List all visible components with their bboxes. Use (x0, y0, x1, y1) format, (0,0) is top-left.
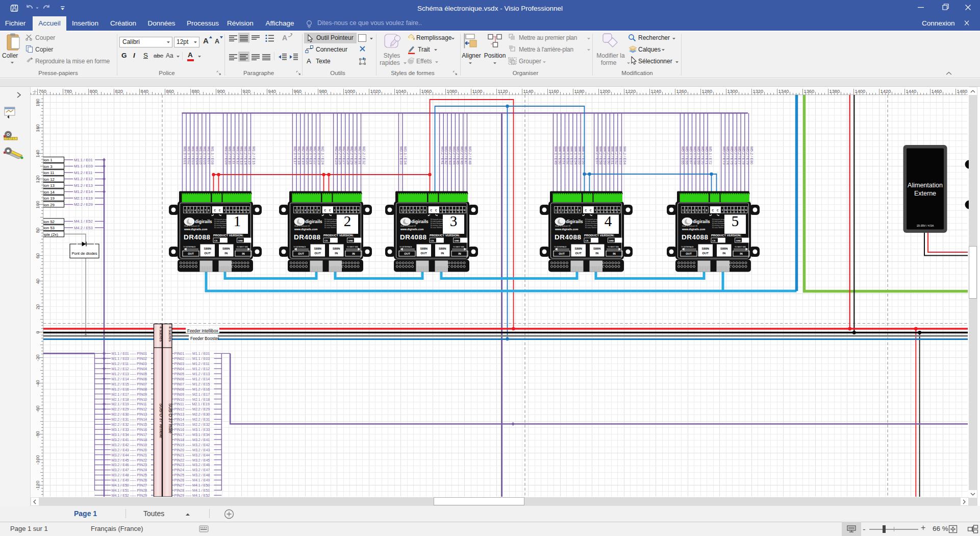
svg-text:M4.1 / E49 ----- PIN26: M4.1 / E49 ----- PIN26 (112, 478, 147, 482)
svg-text:M4.1 / E54: M4.1 / E54 (573, 147, 578, 164)
svg-text:M5.1 / E69: M5.1 / E69 (696, 147, 701, 164)
svg-text:M4.1 / E51 ----- PIN28: M4.1 / E51 ----- PIN28 (112, 489, 147, 493)
svg-text:180: 180 (35, 99, 40, 107)
svg-text:PIN29 ----- M4.1 / E52: PIN29 ----- M4.1 / E52 (174, 494, 210, 497)
svg-text:M5.1 / E66: M5.1 / E66 (685, 147, 689, 164)
svg-text:PIN16 ----- M3.1 / E33: PIN16 ----- M3.1 / E33 (174, 428, 210, 432)
svg-text:1340: 1340 (778, 89, 789, 94)
svg-text:920: 920 (243, 89, 251, 94)
svg-text:PIN27 ----- M4.1 / E50: PIN27 ----- M4.1 / E50 (174, 483, 210, 488)
svg-text:M3.1 / E33 ----- PIN16: M3.1 / E33 ----- PIN16 (112, 428, 147, 432)
svg-text:M3.2 / E48 ----- PIN25: M3.2 / E48 ----- PIN25 (112, 473, 147, 477)
svg-text:ction 19: ction 19 (43, 196, 55, 201)
svg-text:ction 53: ction 53 (43, 226, 55, 230)
svg-text:PIN25 ----- M3.2 / E48: PIN25 ----- M3.2 / E48 (174, 473, 210, 477)
svg-text:M4.2 / E53: M4.2 / E53 (74, 226, 93, 230)
svg-text:1060: 1060 (421, 89, 432, 94)
svg-text:4 sucres: 4 sucres (168, 326, 172, 342)
svg-text:1360: 1360 (804, 89, 815, 94)
svg-text:PIN10 ----- M2.1 / E18: PIN10 ----- M2.1 / E18 (174, 398, 210, 402)
svg-text:M1.2 / E15 ----- PIN07: M1.2 / E15 ----- PIN07 (112, 382, 147, 386)
svg-text:3: 3 (450, 213, 458, 229)
svg-text:M1.1 / E05: M1.1 / E05 (198, 147, 203, 164)
svg-text:940: 940 (268, 89, 277, 94)
svg-text:M4.2 / E63: M4.2 / E63 (618, 147, 623, 164)
svg-text:PIN07 ----- M1.2 / E15: PIN07 ----- M1.2 / E15 (174, 382, 210, 386)
svg-text:M3.1 / E34: M3.1 / E34 (403, 147, 408, 164)
svg-text:M4.2 / E64: M4.2 / E64 (622, 147, 627, 164)
svg-text:M5.2 / E79: M5.2 / E79 (745, 147, 750, 164)
svg-text:M2.1 / E19: M2.1 / E19 (301, 147, 306, 164)
svg-text:M4.1 / E51: M4.1 / E51 (562, 147, 566, 164)
svg-text:PIN12 ----- M2.2 / E29: PIN12 ----- M2.2 / E29 (174, 407, 210, 411)
svg-text:M4.1 / E52: M4.1 / E52 (74, 219, 93, 224)
svg-text:ction 3: ction 3 (43, 164, 52, 169)
svg-text:M3.2 / E46 ----- PIN23: M3.2 / E46 ----- PIN23 (112, 463, 147, 467)
svg-text:ction 13: ction 13 (43, 183, 55, 188)
svg-text:Alimentation: Alimentation (908, 182, 943, 189)
svg-text:PIN20 ----- M3.2 / E43: PIN20 ----- M3.2 / E43 (174, 448, 210, 452)
svg-text:M1.2 / E13: M1.2 / E13 (239, 147, 244, 164)
svg-text:Feeder Booster: Feeder Booster (190, 336, 219, 341)
svg-text:1020: 1020 (370, 89, 381, 94)
svg-text:PIN18 ----- M3.2 / E41: PIN18 ----- M3.2 / E41 (174, 438, 210, 442)
svg-text:-60: -60 (35, 405, 40, 412)
svg-text:M5.1 / E71: M5.1 / E71 (705, 147, 709, 164)
svg-text:PIN15 ----- M2.2 / E32: PIN15 ----- M2.2 / E32 (174, 423, 210, 427)
svg-text:-40: -40 (35, 380, 40, 386)
svg-text:M2.2 / E26: M2.2 / E26 (338, 147, 342, 164)
svg-text:100: 100 (35, 201, 40, 209)
svg-text:-20: -20 (35, 354, 40, 361)
svg-text:Externe: Externe (914, 190, 936, 197)
svg-text:M2.1 / E18: M2.1 / E18 (297, 147, 301, 164)
svg-text:0: 0 (35, 331, 40, 333)
svg-text:imple (2x): imple (2x) (43, 232, 58, 237)
svg-text:M2.1 / E22: M2.1 / E22 (313, 147, 317, 164)
svg-text:40: 40 (35, 279, 40, 284)
svg-text:M1.1 / E03: M1.1 / E03 (74, 164, 93, 168)
svg-text:ction 29: ction 29 (43, 203, 55, 207)
svg-text:M5.1 / E70: M5.1 / E70 (700, 147, 705, 164)
svg-text:PIN08 ----- M1.2 / E16: PIN08 ----- M1.2 / E16 (174, 387, 210, 392)
svg-text:M3.2 / E41: M3.2 / E41 (440, 147, 445, 164)
svg-text:140: 140 (35, 150, 40, 158)
svg-text:-80: -80 (35, 431, 40, 437)
svg-text:860: 860 (166, 89, 174, 94)
svg-text:M5.2 / E80: M5.2 / E80 (749, 147, 754, 164)
svg-text:SUB-D 37 mâle: SUB-D 37 mâle (168, 403, 173, 433)
svg-text:M5.2 / E76: M5.2 / E76 (734, 147, 738, 164)
svg-text:1120: 1120 (498, 89, 508, 94)
svg-text:PIN01 ----- M1.1 / E01: PIN01 ----- M1.1 / E01 (174, 352, 210, 356)
svg-text:160: 160 (35, 124, 40, 132)
svg-text:M4.2 / E57: M4.2 / E57 (595, 147, 599, 164)
svg-text:1380: 1380 (830, 89, 840, 94)
svg-text:M2.2 / E31: M2.2 / E31 (358, 147, 362, 164)
svg-text:-120: -120 (35, 481, 40, 491)
svg-text:M1.2 / E16 ----- PIN08: M1.2 / E16 ----- PIN08 (112, 387, 147, 392)
svg-text:M2.1 / E19 ----- PIN11: M2.1 / E19 ----- PIN11 (112, 402, 147, 406)
svg-text:1100: 1100 (472, 89, 483, 94)
svg-text:PIN17 ----- M3.1 / E34: PIN17 ----- M3.1 / E34 (174, 433, 210, 437)
svg-text:M2.2 / E30: M2.2 / E30 (354, 147, 358, 164)
svg-text:M3.2 / E47: M3.2 / E47 (464, 147, 468, 164)
svg-text:PIN24 ----- M3.2 / E47: PIN24 ----- M3.2 / E47 (174, 468, 210, 472)
svg-text:M4.2 / E60: M4.2 / E60 (607, 147, 611, 164)
svg-text:PIN28 ----- M4.1 / E51: PIN28 ----- M4.1 / E51 (174, 489, 210, 493)
svg-text:M1.1 / E08: M1.1 / E08 (210, 147, 215, 164)
svg-text:M4.1 / E50 ----- PIN27: M4.1 / E50 ----- PIN27 (112, 483, 147, 488)
svg-text:M1.2 / E12: M1.2 / E12 (236, 147, 240, 164)
svg-text:M3.2 / E45 ----- PIN22: M3.2 / E45 ----- PIN22 (112, 458, 147, 462)
svg-text:PIN14 ----- M2.2 / E31: PIN14 ----- M2.2 / E31 (174, 418, 210, 422)
svg-text:120: 120 (35, 175, 40, 183)
svg-text:M5.1 / E67: M5.1 / E67 (689, 147, 693, 164)
svg-text:1000: 1000 (345, 89, 356, 94)
svg-text:1420: 1420 (881, 89, 891, 94)
svg-text:1460: 1460 (932, 89, 942, 94)
svg-text:M3.2 / E47 ----- PIN24: M3.2 / E47 ----- PIN24 (112, 468, 147, 472)
svg-text:M2.1 / E17 ----- PIN09: M2.1 / E17 ----- PIN09 (112, 393, 147, 397)
svg-text:760: 760 (39, 89, 47, 94)
svg-text:M3.2 / E43 ----- PIN20: M3.2 / E43 ----- PIN20 (112, 448, 147, 452)
svg-text:M2.1 / E17: M2.1 / E17 (293, 147, 297, 164)
svg-text:PIN09 ----- M2.1 / E17: PIN09 ----- M2.1 / E17 (174, 393, 210, 397)
svg-text:1320: 1320 (753, 89, 764, 94)
